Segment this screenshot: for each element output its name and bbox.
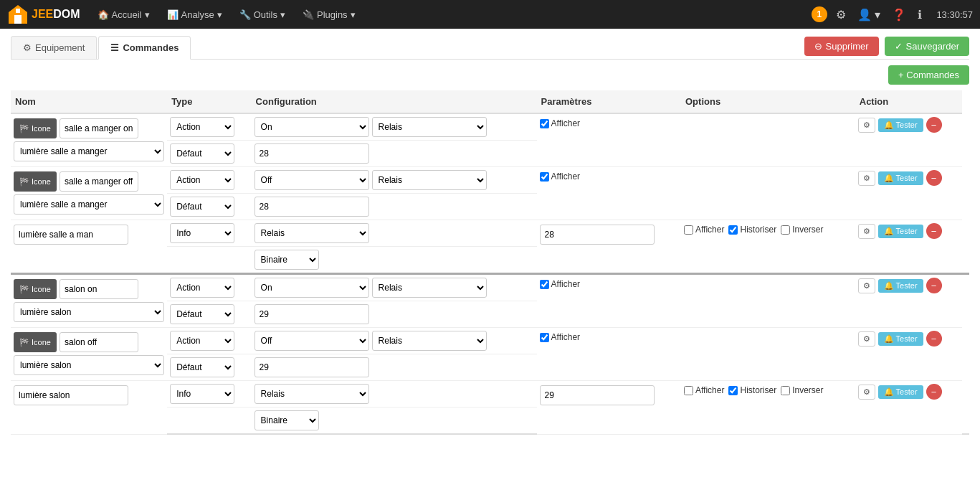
tester-button[interactable]: 🔔 Tester [878,332,923,346]
afficher-checkbox[interactable] [540,333,549,342]
table-row: 🏁 Icone lumière salon Action [11,328,969,354]
param-number-input[interactable] [540,385,655,405]
nom-name-input[interactable] [60,279,138,299]
config-button[interactable]: ⚙ [858,331,875,347]
supprimer-icon: ⊖ [814,41,822,52]
tester-button[interactable]: 🔔 Tester [878,279,923,293]
table-row: Info Relais Afficher Historis [11,220,969,247]
type-main-select[interactable]: Info [170,384,234,404]
inverser-checkbox[interactable] [781,386,790,395]
nom-sub-select[interactable]: lumière salon [14,355,164,375]
table-row: Info Relais Afficher Historis [11,381,969,407]
nav-analyse[interactable]: 📊 Analyse ▾ [160,0,229,29]
add-commandes-button[interactable]: + Commandes [888,65,969,85]
nom-name-input[interactable] [60,332,138,352]
config-button[interactable]: ⚙ [858,171,875,186]
nav-plugins[interactable]: 🔌 Plugins ▾ [295,0,363,29]
tab-commandes[interactable]: ☰ Commandes [98,36,191,60]
config-number-input[interactable] [254,304,369,324]
type-sub-select[interactable]: Défaut [170,197,234,217]
nav-accueil[interactable]: 🏠 Accueil ▾ [90,0,157,29]
config-button[interactable]: ⚙ [858,224,875,239]
nom-input[interactable] [14,225,128,245]
config-on-off-select[interactable]: Off [254,331,369,351]
commands-table: Nom Type Configuration Paramètres Option… [11,90,969,435]
config-number-input[interactable] [254,197,369,217]
delete-button[interactable]: − [926,384,942,400]
config-relais-select[interactable]: Relais [372,331,487,351]
delete-button[interactable]: − [926,170,942,186]
historiser-checkbox[interactable] [728,386,738,395]
user-icon[interactable]: 👤 ▾ [855,8,883,22]
table-row: 🏁 Icone lumière salle a manger Action [11,113,969,141]
param-number-input[interactable] [540,225,655,245]
afficher-checkbox[interactable] [684,386,693,395]
delete-button[interactable]: − [926,278,942,293]
type-sub-select[interactable]: Défaut [170,357,234,377]
config-number-input[interactable] [254,143,369,164]
tester-button[interactable]: 🔔 Tester [878,171,923,185]
afficher-checkbox[interactable] [540,172,549,182]
icon-button[interactable]: 🏁 Icone [14,171,57,192]
config-main-select[interactable]: Relais [254,384,369,404]
tester-button[interactable]: 🔔 Tester [878,118,923,132]
icon-button[interactable]: 🏁 Icone [14,118,57,138]
tab-equipement[interactable]: ⚙ Equipement [11,36,97,59]
sauvegarder-button[interactable]: ✓ Sauvegarder [885,37,969,56]
nom-name-input[interactable] [60,118,138,138]
config-on-off-select[interactable]: On [254,278,369,298]
content: ⚙ Equipement ☰ Commandes ⊖ Supprimer ✓ S… [0,29,980,490]
type-main-select[interactable]: Action [170,170,234,190]
icon-button[interactable]: 🏁 Icone [14,332,57,352]
config-main-select[interactable]: Relais [254,223,369,243]
delete-button[interactable]: − [926,331,942,347]
plugins-icon: 🔌 [303,9,314,20]
config-relais-select[interactable]: Relais [372,117,487,137]
col-configuration: Configuration [252,90,537,113]
type-main-select[interactable]: Action [170,278,234,298]
type-main-select[interactable]: Action [170,331,234,351]
config-relais-select[interactable]: Relais [372,170,487,190]
brand: JEEDOM [7,4,80,25]
tester-button[interactable]: 🔔 Tester [878,385,923,399]
delete-button[interactable]: − [926,117,942,133]
delete-button[interactable]: − [926,223,942,239]
nom-name-input[interactable] [60,171,138,192]
config-relais-select[interactable]: Relais [372,278,487,298]
afficher-checkbox[interactable] [540,119,549,128]
type-main-select[interactable]: Info [170,223,234,243]
afficher-checkbox[interactable] [684,225,693,235]
nav-outils[interactable]: 🔧 Outils ▾ [232,0,292,29]
col-nom: Nom [11,90,167,113]
nom-sub-select[interactable]: lumière salon [14,302,164,322]
outils-icon: 🔧 [239,9,251,20]
settings-icon[interactable]: ⚙ [833,8,849,22]
nom-sub-select[interactable]: lumière salle a manger [14,141,164,161]
afficher-checkbox[interactable] [540,280,549,289]
nom-sub-select[interactable]: lumière salle a manger [14,194,164,215]
notification-badge[interactable]: 1 [812,6,827,22]
type-sub-select[interactable]: Binaire [254,250,319,270]
config-button[interactable]: ⚙ [858,118,875,133]
type-sub-select[interactable]: Défaut [170,143,234,164]
config-on-off-select[interactable]: Off [254,170,369,190]
col-action: Action [855,90,963,113]
help-icon[interactable]: ❓ [889,8,909,22]
config-on-off-select[interactable]: On [254,117,369,137]
config-button[interactable]: ⚙ [858,278,875,293]
supprimer-button[interactable]: ⊖ Supprimer [804,37,879,56]
config-number-input[interactable] [254,357,369,377]
brand-text: JEEDOM [32,8,80,21]
type-main-select[interactable]: Action [170,117,234,137]
icon-button[interactable]: 🏁 Icone [14,279,57,299]
type-sub-select[interactable]: Binaire [254,410,319,430]
inverser-checkbox[interactable] [781,225,790,235]
tester-button[interactable]: 🔔 Tester [878,225,923,238]
type-sub-select[interactable]: Défaut [170,304,234,324]
historiser-checkbox[interactable] [728,225,738,235]
col-type: Type [167,90,251,113]
home-icon: 🏠 [97,9,109,20]
config-button[interactable]: ⚙ [858,385,875,400]
nom-input[interactable] [14,385,128,405]
info-icon[interactable]: ℹ [915,8,925,22]
